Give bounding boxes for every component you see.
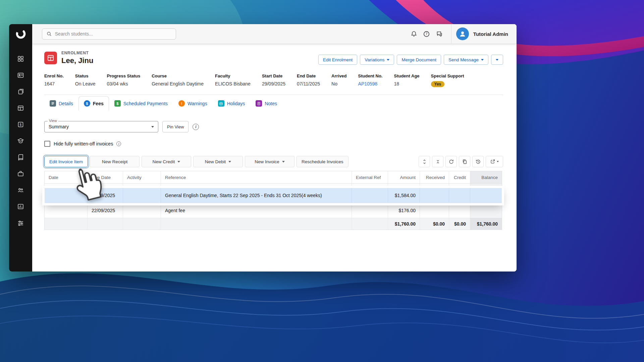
help-icon[interactable]: ?	[420, 27, 433, 40]
tab-holidays[interactable]: Holidays	[213, 96, 251, 111]
column-header[interactable]: Received	[420, 171, 449, 183]
column-header[interactable]: Amount	[388, 171, 420, 183]
edit-enrolment-button[interactable]: Edit Enrolment	[318, 55, 358, 65]
chevron-down-icon	[387, 59, 389, 61]
cell-received	[420, 203, 449, 218]
settings-sliders-icon[interactable]	[15, 219, 26, 227]
info-student-age: Student Age18	[394, 73, 419, 87]
avatar	[456, 27, 469, 40]
tab-warnings[interactable]: ! Warnings	[173, 96, 213, 111]
enrolment-header: ENROLMENT Lee, Jinu Edit Enrolment Varia…	[44, 44, 503, 65]
cell-credit	[449, 203, 470, 218]
new-credit-button[interactable]: New Credit	[142, 156, 191, 167]
variations-button[interactable]: Variations	[360, 55, 394, 65]
timetable-icon[interactable]	[15, 104, 26, 112]
tab-scheduled-payments[interactable]: $ Scheduled Payments	[109, 96, 173, 111]
app-window: $	[9, 24, 517, 272]
cell-external-ref	[352, 203, 388, 218]
cell-balance	[470, 188, 502, 203]
documents-icon[interactable]	[15, 88, 26, 95]
info-arrived: ArrivedNo	[331, 73, 347, 87]
column-header[interactable]: Reference	[161, 171, 352, 183]
view-select[interactable]: View Summary	[44, 121, 158, 132]
tab-notes[interactable]: Notes	[250, 96, 282, 111]
info-end-date: End Date07/11/2025	[297, 73, 320, 87]
scheduled-payments-icon: $	[114, 100, 121, 107]
chat-icon[interactable]	[433, 27, 446, 40]
view-info-icon[interactable]: i	[193, 124, 199, 130]
info-progress-status: Progress Status03/04 wks	[107, 73, 141, 87]
student-no-link[interactable]: AP10598	[358, 81, 383, 86]
table-totals-row: $1,760.00 $0.00 $0.00 $1,760.00	[45, 218, 502, 230]
collapse-rows-icon[interactable]	[432, 156, 443, 167]
send-message-button[interactable]: Send Message	[444, 55, 488, 65]
briefcase-icon[interactable]	[15, 170, 26, 177]
copy-table-icon[interactable]	[459, 156, 470, 167]
info-faculty: FacultyELICOS Bisbane	[215, 73, 251, 87]
column-header[interactable]: Activity	[123, 171, 161, 183]
invoices-icon[interactable]: $	[15, 121, 26, 128]
svg-text:?: ?	[426, 32, 428, 36]
education-icon[interactable]	[15, 137, 26, 144]
merge-document-button[interactable]: Merge Document	[397, 55, 441, 65]
library-icon[interactable]	[15, 154, 26, 161]
hide-written-off-checkbox[interactable]	[44, 141, 50, 147]
reschedule-invoices-button[interactable]: Reschedule Invoices	[297, 156, 348, 167]
cell-reference: General English Daytime, Starts 22 Sep 2…	[161, 188, 352, 203]
warning-icon: !	[178, 100, 185, 107]
dashboard-icon[interactable]	[15, 55, 26, 62]
cell-external-ref	[352, 188, 388, 203]
expand-rows-icon[interactable]	[419, 156, 430, 167]
more-actions-button[interactable]	[491, 55, 503, 65]
details-icon	[50, 100, 56, 107]
notes-icon	[256, 100, 262, 107]
search-input[interactable]	[55, 31, 172, 37]
cell-reference: Agent fee	[161, 203, 352, 218]
chevron-down-icon	[151, 126, 154, 128]
notifications-icon[interactable]	[408, 27, 420, 40]
pin-view-button[interactable]: Pin View	[162, 121, 189, 132]
hide-written-off-info-icon[interactable]: i	[116, 141, 121, 146]
invoice-row-partial[interactable]	[45, 184, 502, 188]
svg-text:$: $	[19, 123, 21, 126]
cell-balance	[470, 203, 502, 218]
fees-table: Date Due Date Activity Reference Externa…	[44, 171, 502, 230]
contacts-icon[interactable]	[15, 71, 26, 79]
profile-menu[interactable]: Tutorial Admin	[456, 27, 508, 40]
export-icon[interactable]	[486, 156, 503, 167]
column-header[interactable]: External Ref	[352, 171, 388, 183]
app-logo-icon[interactable]	[9, 24, 32, 44]
table-header-row: Date Due Date Activity Reference Externa…	[45, 171, 502, 184]
tab-fees[interactable]: $ Fees	[78, 96, 109, 111]
fees-panel: View Summary Pin View i Hide fully writt…	[44, 111, 503, 230]
history-icon[interactable]	[472, 156, 484, 167]
agents-icon[interactable]	[15, 186, 26, 194]
hide-written-off-label: Hide fully written-off invoices	[54, 141, 113, 146]
invoice-row-highlighted[interactable]: 22/09/2025 General English Daytime, Star…	[45, 188, 502, 203]
column-header[interactable]: Credit	[449, 171, 470, 183]
holidays-calendar-icon	[218, 100, 224, 107]
sidebar-nav: $	[15, 55, 26, 227]
user-name: Tutorial Admin	[473, 31, 508, 37]
chevron-down-icon	[228, 161, 231, 163]
tab-details[interactable]: Details	[44, 96, 78, 111]
enrolment-eyebrow: ENROLMENT	[61, 51, 93, 55]
new-debit-button[interactable]: New Debit	[193, 156, 243, 167]
reports-icon[interactable]	[15, 203, 26, 210]
cell-amount: $176.00	[388, 203, 420, 218]
search-box[interactable]	[42, 28, 176, 40]
info-student-no: Student No.AP10598	[358, 73, 383, 87]
enrolment-actions: Edit Enrolment Variations Merge Document…	[318, 55, 503, 65]
info-special-support: Special SupportYes	[431, 73, 464, 87]
invoice-row-agent-fee[interactable]: 22/09/2025 Agent fee $176.00	[45, 203, 502, 218]
total-balance: $1,760.00	[470, 218, 502, 230]
view-select-value: Summary	[49, 124, 151, 129]
search-icon	[46, 31, 52, 37]
desktop-background: $	[0, 0, 644, 362]
column-header[interactable]: Balance	[470, 171, 502, 183]
main-area: ? Tutorial Admin	[32, 24, 517, 272]
new-invoice-button[interactable]: New Invoice	[245, 156, 294, 167]
refresh-icon[interactable]	[445, 156, 457, 167]
info-status: StatusOn Leave	[75, 73, 96, 87]
cell-due-date: 22/09/2025	[88, 203, 123, 218]
